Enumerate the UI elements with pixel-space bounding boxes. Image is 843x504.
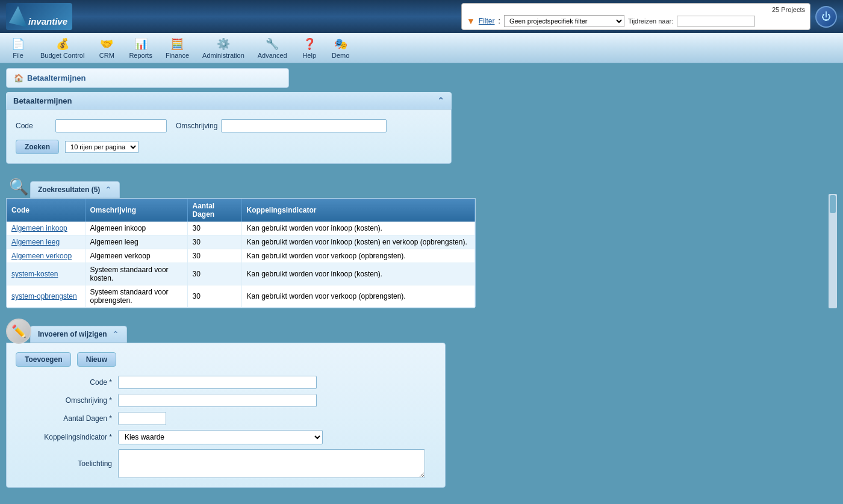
top-right-controls: 25 Projects ▼ Filter : Geen projectspeci… — [461, 3, 837, 30]
entry-toelichting-textarea[interactable] — [118, 449, 425, 478]
search-panel-title: Betaaltermijnen — [13, 96, 72, 105]
code-link[interactable]: Algemeen verkoop — [11, 252, 72, 260]
entry-omschrijving-label: Omschrijving * — [16, 396, 112, 405]
nav-item-crm[interactable]: 🤝 CRM — [92, 35, 122, 61]
filter-select[interactable]: Geen projectspecifiek filter — [504, 15, 624, 27]
cell-omschrijving: Algemeen leeg — [85, 235, 187, 249]
nav-finance-label: Finance — [166, 52, 189, 59]
col-code: Code — [7, 199, 85, 222]
cell-code[interactable]: system-kosten — [7, 263, 85, 285]
nav-help-label: Help — [302, 52, 316, 59]
cell-code[interactable]: Algemeen inkoop — [7, 222, 85, 235]
cell-indicator: Kan gebruikt worden voor verkoop (opbren… — [241, 285, 475, 308]
results-collapse-btn[interactable]: ⌃ — [105, 185, 112, 194]
filter-icon: ▼ — [467, 16, 475, 26]
nav-item-file[interactable]: 📄 File — [3, 35, 33, 61]
breadcrumb: 🏠 Betaaltermijnen — [6, 68, 289, 88]
reports-icon: 📊 — [134, 37, 148, 51]
col-indicator: Koppelingsindicator — [241, 199, 475, 222]
crm-icon: 🤝 — [100, 37, 113, 51]
rows-select[interactable]: 10 rijen per pagina25 rijen per pagina50… — [65, 141, 138, 153]
entry-collapse-btn[interactable]: ⌃ — [112, 329, 119, 339]
nav-item-reports[interactable]: 📊 Reports — [123, 35, 158, 61]
search-actions: Zoeken 10 rijen per pagina25 rijen per p… — [16, 140, 442, 154]
entry-dagen-label: Aantal Dagen * — [16, 414, 112, 423]
code-link[interactable]: system-opbrengsten — [11, 292, 77, 300]
cell-dagen: 30 — [187, 263, 241, 285]
entry-omschrijving-input[interactable] — [118, 394, 317, 407]
cell-code[interactable]: Algemeen leeg — [7, 235, 85, 249]
table-row[interactable]: Algemeen verkoop Algemeen verkoop 30 Kan… — [7, 249, 475, 263]
scroll-bar[interactable] — [829, 194, 837, 308]
results-table-container: Code Omschrijving Aantal Dagen Koppeling… — [6, 198, 476, 308]
nav-advanced-label: Advanced — [258, 52, 287, 59]
entry-section: ✏️ Invoeren of wijzigen ⌃ Toevoegen Nieu… — [6, 317, 837, 488]
filter-colon: : — [499, 17, 500, 25]
nieuw-button[interactable]: Nieuw — [77, 352, 116, 367]
home-icon[interactable]: 🏠 — [14, 73, 23, 82]
budget-icon: 💰 — [56, 37, 69, 51]
cell-indicator: Kan gebruikt worden voor inkoop (kosten)… — [241, 235, 475, 249]
finance-icon: 🧮 — [170, 37, 184, 51]
cell-dagen: 30 — [187, 285, 241, 308]
nav-item-advanced[interactable]: 🔧 Advanced — [252, 35, 293, 61]
projects-controls: ▼ Filter : Geen projectspecifiek filter … — [467, 15, 805, 27]
main-content: Betaaltermijnen ⌃ Code Omschrijving Zoek… — [6, 93, 837, 488]
entry-panel-body: Toevoegen Nieuw Code * Omschrijving * Aa… — [6, 343, 446, 488]
entry-dagen-input[interactable] — [118, 412, 166, 425]
omschrijving-field: Omschrijving — [176, 119, 387, 132]
toevoegen-button[interactable]: Toevoegen — [16, 352, 71, 367]
results-section: 🔍 Zoekresultaten (5) ⌃ Code Omschrijving… — [6, 173, 837, 308]
cell-dagen: 30 — [187, 235, 241, 249]
omschrijving-input[interactable] — [221, 119, 387, 132]
code-input[interactable] — [55, 119, 167, 132]
search-form: Code Omschrijving — [16, 119, 442, 132]
cell-code[interactable]: system-opbrengsten — [7, 285, 85, 308]
help-icon: ❓ — [303, 37, 316, 51]
zoeken-button[interactable]: Zoeken — [16, 140, 59, 154]
nav-crm-label: CRM — [99, 52, 114, 59]
code-link[interactable]: Algemeen inkoop — [11, 224, 67, 232]
cell-omschrijving: Systeem standaard voor kosten. — [85, 263, 187, 285]
nav-administration-label: Administration — [202, 52, 244, 59]
table-row[interactable]: Algemeen leeg Algemeen leeg 30 Kan gebru… — [7, 235, 475, 249]
nav-item-finance[interactable]: 🧮 Finance — [160, 35, 195, 61]
cell-omschrijving: Systeem standaard voor opbrengsten. — [85, 285, 187, 308]
entry-koppeling-label: Koppelingsindicator * — [16, 433, 112, 441]
search-panel-body: Code Omschrijving Zoeken 10 rijen per pa… — [7, 110, 451, 163]
pencil-icon-circle: ✏️ — [6, 319, 31, 344]
logo-text: invantive — [28, 16, 67, 26]
logo-image: invantive — [6, 3, 72, 30]
logo-area: invantive — [6, 3, 72, 30]
tijdreizen-label: Tijdreizen naar: — [628, 17, 673, 25]
administration-icon: ⚙️ — [217, 37, 230, 51]
omschrijving-label: Omschrijving — [176, 122, 217, 130]
tijdreizen-input[interactable] — [677, 16, 755, 26]
power-button[interactable]: ⏻ — [815, 6, 837, 28]
search-collapse-btn[interactable]: ⌃ — [437, 96, 444, 105]
demo-icon: 🎭 — [334, 37, 347, 51]
nav-item-budget-control[interactable]: 💰 Budget Control — [34, 35, 90, 61]
breadcrumb-text: Betaaltermijnen — [27, 73, 86, 82]
nav-item-administration[interactable]: ⚙️ Administration — [196, 35, 250, 61]
file-icon: 📄 — [11, 37, 25, 51]
filter-link[interactable]: Filter — [479, 17, 495, 25]
table-row[interactable]: system-kosten Systeem standaard voor kos… — [7, 263, 475, 285]
cell-omschrijving: Algemeen inkoop — [85, 222, 187, 235]
entry-buttons: Toevoegen Nieuw — [16, 352, 436, 367]
entry-tab: Invoeren of wijzigen ⌃ — [30, 326, 127, 343]
results-tab: Zoekresultaten (5) ⌃ — [30, 181, 120, 198]
cell-code[interactable]: Algemeen verkoop — [7, 249, 85, 263]
entry-koppeling-select[interactable]: Kies waardeInkoop (kosten)Verkoop (opbre… — [118, 430, 323, 444]
entry-code-input[interactable] — [118, 376, 317, 389]
nav-item-demo[interactable]: 🎭 Demo — [326, 35, 356, 61]
code-link[interactable]: Algemeen leeg — [11, 238, 60, 246]
code-link[interactable]: system-kosten — [11, 270, 58, 278]
results-title: Zoekresultaten (5) — [38, 185, 100, 194]
nav-item-help[interactable]: ❓ Help — [294, 35, 325, 61]
cell-indicator: Kan gebruikt worden voor verkoop (opbren… — [241, 249, 475, 263]
table-row[interactable]: Algemeen inkoop Algemeen inkoop 30 Kan g… — [7, 222, 475, 235]
table-row[interactable]: system-opbrengsten Systeem standaard voo… — [7, 285, 475, 308]
entry-header-area: ✏️ Invoeren of wijzigen ⌃ — [6, 317, 837, 343]
results-table: Code Omschrijving Aantal Dagen Koppeling… — [7, 199, 475, 308]
